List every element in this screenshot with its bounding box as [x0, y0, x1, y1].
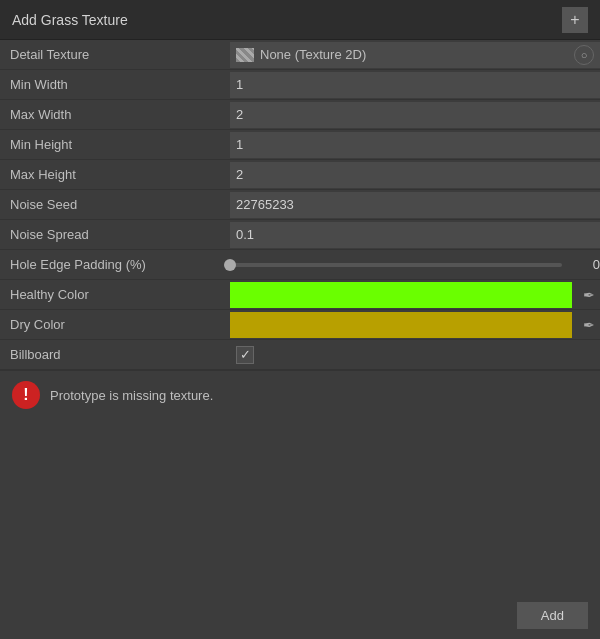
form-row-noise-spread: Noise Spread — [0, 220, 600, 250]
slider-track-hole-edge-padding[interactable] — [230, 263, 562, 267]
window-title: Add Grass Texture — [12, 12, 128, 28]
add-button[interactable]: Add — [517, 602, 588, 629]
eyedropper-button-healthy-color[interactable]: ✒ — [578, 284, 600, 306]
texture-field[interactable]: None (Texture 2D)○ — [230, 42, 600, 68]
form-row-max-width: Max Width — [0, 100, 600, 130]
form-row-noise-seed: Noise Seed — [0, 190, 600, 220]
checkbox-container-billboard: ✓ — [230, 342, 600, 368]
input-max-height[interactable] — [230, 162, 600, 188]
label-min-height: Min Height — [0, 133, 230, 156]
input-min-height[interactable] — [230, 132, 600, 158]
form-row-dry-color: Dry Color✒ — [0, 310, 600, 340]
label-min-width: Min Width — [0, 73, 230, 96]
slider-container-hole-edge-padding: 0 — [230, 257, 600, 272]
checkbox-billboard[interactable]: ✓ — [236, 346, 254, 364]
input-noise-spread[interactable] — [230, 222, 600, 248]
slider-value-hole-edge-padding: 0 — [570, 257, 600, 272]
input-max-width[interactable] — [230, 102, 600, 128]
color-row-dry-color: ✒ — [230, 312, 600, 338]
texture-circle-button[interactable]: ○ — [574, 45, 594, 65]
close-button[interactable]: + — [562, 7, 588, 33]
form-row-billboard: Billboard✓ — [0, 340, 600, 370]
eyedropper-button-dry-color[interactable]: ✒ — [578, 314, 600, 336]
color-swatch-dry-color[interactable] — [230, 312, 572, 338]
input-noise-seed[interactable] — [230, 192, 600, 218]
color-row-healthy-color: ✒ — [230, 282, 600, 308]
warning-bar: ! Prototype is missing texture. — [0, 370, 600, 419]
form-content: Detail TextureNone (Texture 2D)○Min Widt… — [0, 40, 600, 370]
warning-text: Prototype is missing texture. — [50, 388, 213, 403]
color-swatch-healthy-color[interactable] — [230, 282, 572, 308]
label-hole-edge-padding: Hole Edge Padding (%) — [0, 253, 230, 276]
form-row-min-height: Min Height — [0, 130, 600, 160]
texture-preview-icon — [236, 48, 254, 62]
label-billboard: Billboard — [0, 343, 230, 366]
form-row-max-height: Max Height — [0, 160, 600, 190]
input-min-width[interactable] — [230, 72, 600, 98]
texture-value: None (Texture 2D) — [260, 47, 570, 62]
label-max-width: Max Width — [0, 103, 230, 126]
title-bar: Add Grass Texture + — [0, 0, 600, 40]
label-max-height: Max Height — [0, 163, 230, 186]
label-noise-spread: Noise Spread — [0, 223, 230, 246]
checkmark-icon: ✓ — [240, 347, 251, 362]
form-row-detail-texture: Detail TextureNone (Texture 2D)○ — [0, 40, 600, 70]
form-row-hole-edge-padding: Hole Edge Padding (%)0 — [0, 250, 600, 280]
bottom-bar: Add — [0, 592, 600, 639]
label-detail-texture: Detail Texture — [0, 43, 230, 66]
form-row-healthy-color: Healthy Color✒ — [0, 280, 600, 310]
form-row-min-width: Min Width — [0, 70, 600, 100]
label-dry-color: Dry Color — [0, 313, 230, 336]
label-noise-seed: Noise Seed — [0, 193, 230, 216]
warning-icon: ! — [12, 381, 40, 409]
label-healthy-color: Healthy Color — [0, 283, 230, 306]
slider-thumb-hole-edge-padding[interactable] — [224, 259, 236, 271]
